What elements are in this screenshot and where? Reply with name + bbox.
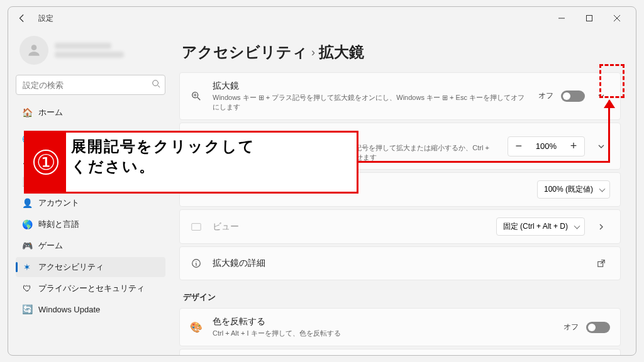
row-magnifier[interactable]: 拡大鏡 Windows キー ⊞ + プラス記号を押して拡大鏡をオンにし、Win… — [179, 72, 621, 120]
row-invert-colors: 🎨 色を反転する Ctrl + Alt + I キーを押して、色を反転する オフ — [179, 308, 621, 346]
sidebar-item-accounts[interactable]: 👤アカウント — [16, 193, 165, 213]
sidebar-item-label: アクセシビリティ — [38, 261, 104, 273]
sidebar-item-accessibility[interactable]: ✶アクセシビリティ — [16, 257, 165, 277]
maximize-button[interactable] — [575, 9, 603, 28]
move-icon — [190, 141, 203, 152]
row-magnifier-details[interactable]: 拡大鏡の詳細 — [179, 246, 621, 280]
sidebar-item-label: Windows Update — [38, 305, 100, 314]
row-desc: Windows キー ⊞ + プラス記号を押して拡大鏡をオンにし、Windows… — [213, 93, 528, 112]
row-title: ズーム レベル — [213, 131, 497, 142]
minimize-button[interactable] — [548, 9, 575, 28]
sidebar-item-label: アカウント — [38, 197, 79, 209]
row-zoom-increment: ズームレベルの増分 100% (既定値) — [179, 172, 621, 207]
svg-line-6 — [197, 97, 201, 101]
gamepad-icon: 🎮 — [22, 241, 32, 251]
magnifier-icon — [190, 90, 203, 102]
sidebar-item-label: ゲーム — [38, 240, 63, 251]
toggle-state-label: オフ — [564, 322, 579, 332]
invert-toggle[interactable] — [586, 322, 610, 333]
brush-icon: 🖌 — [22, 155, 32, 165]
expand-chevron[interactable] — [592, 87, 610, 105]
svg-rect-1 — [587, 16, 592, 21]
shield-icon: 🛡 — [22, 283, 32, 293]
sidebar: 🏠ホーム 🌐ネットワークとインターネット 🖌個人用設定 🔳アプリ 👤アカウント … — [8, 30, 173, 355]
palette-icon: 🎨 — [190, 321, 203, 333]
info-icon — [190, 258, 203, 269]
toggle-state-label: オフ — [538, 90, 553, 101]
zoom-plus-button[interactable]: + — [563, 137, 584, 156]
profile-block[interactable] — [16, 32, 165, 74]
sidebar-item-home[interactable]: 🏠ホーム — [16, 102, 165, 123]
row-title: ビュー — [213, 221, 486, 233]
svg-rect-9 — [192, 223, 201, 230]
sidebar-item-label: アプリ — [38, 176, 63, 187]
sidebar-item-gaming[interactable]: 🎮ゲーム — [16, 236, 165, 256]
zoom-stepper: − 100% + — [508, 136, 585, 156]
row-view[interactable]: ビュー 固定 (Ctrl + Alt + D) — [179, 209, 621, 244]
section-design-label: デザイン — [183, 292, 621, 303]
row-title: 拡大鏡の詳細 — [213, 258, 582, 269]
sidebar-item-network[interactable]: 🌐ネットワークとインターネット — [16, 129, 165, 149]
update-icon: 🔄 — [22, 304, 32, 314]
sidebar-item-label: ホーム — [38, 107, 63, 118]
sidebar-item-apps[interactable]: 🔳アプリ — [16, 172, 165, 192]
svg-point-3 — [153, 80, 158, 86]
content-area: アクセシビリティ › 拡大鏡 拡大鏡 Windows キー ⊞ + プラス記号を… — [173, 30, 636, 355]
home-icon: 🏠 — [22, 107, 32, 118]
row-desc: Windows キー ⊞ + プラス記号またはマイナス記号を押して拡大または縮小… — [213, 143, 497, 162]
sidebar-item-label: 個人用設定 — [38, 155, 79, 166]
increment-combo[interactable]: 100% (既定値) — [537, 180, 610, 199]
account-icon: 👤 — [22, 198, 32, 208]
svg-line-4 — [158, 85, 160, 88]
magnifier-toggle[interactable] — [561, 90, 585, 102]
expand-chevron[interactable] — [592, 138, 610, 155]
globe-icon: 🌎 — [22, 219, 32, 229]
apps-icon: 🔳 — [22, 177, 32, 187]
row-title: ズームレベルの増分 — [213, 184, 527, 195]
accessibility-icon: ✶ — [22, 262, 32, 272]
close-button[interactable] — [603, 9, 631, 28]
row-zoom-level: ズーム レベル Windows キー ⊞ + プラス記号またはマイナス記号を押し… — [179, 123, 621, 170]
external-link-icon[interactable] — [592, 255, 610, 272]
sidebar-item-label: 時刻と言語 — [38, 219, 79, 230]
breadcrumb: アクセシビリティ › 拡大鏡 — [182, 42, 621, 62]
titlebar: 設定 — [8, 7, 636, 30]
svg-point-2 — [31, 45, 37, 50]
search-icon — [152, 79, 160, 90]
zoom-minus-button[interactable]: − — [508, 137, 530, 156]
view-icon — [190, 221, 203, 233]
row-title: 拡大鏡 — [213, 80, 528, 92]
settings-window: 設定 🏠ホーム — [8, 6, 636, 356]
avatar — [19, 36, 48, 65]
breadcrumb-parent[interactable]: アクセシビリティ — [182, 42, 308, 62]
row-title: 色を反転する — [213, 316, 553, 327]
wifi-icon: 🌐 — [22, 134, 32, 144]
sidebar-item-personalization[interactable]: 🖌個人用設定 — [16, 150, 165, 170]
sidebar-item-label: プライバシーとセキュリティ — [38, 283, 145, 294]
sidebar-item-label: ネットワークとインターネット — [38, 133, 153, 145]
search-input[interactable] — [16, 75, 165, 95]
chevron-right-icon[interactable] — [592, 218, 610, 236]
row-desc: Ctrl + Alt + I キーを押して、色を反転する — [213, 329, 553, 338]
sidebar-item-time-language[interactable]: 🌎時刻と言語 — [16, 214, 165, 234]
view-combo[interactable]: 固定 (Ctrl + Alt + D) — [496, 217, 585, 236]
zoom-value: 100% — [530, 141, 563, 151]
sidebar-item-windows-update[interactable]: 🔄Windows Update — [16, 300, 165, 319]
breadcrumb-current: 拡大鏡 — [319, 42, 364, 62]
back-button[interactable] — [13, 9, 31, 27]
sidebar-item-privacy[interactable]: 🛡プライバシーとセキュリティ — [16, 278, 165, 299]
chevron-right-icon: › — [311, 46, 315, 59]
window-title: 設定 — [38, 13, 53, 24]
profile-text-redacted — [55, 43, 124, 58]
row-smooth-edges: 画像やテキストの縁を滑らかにする オン — [179, 349, 621, 355]
